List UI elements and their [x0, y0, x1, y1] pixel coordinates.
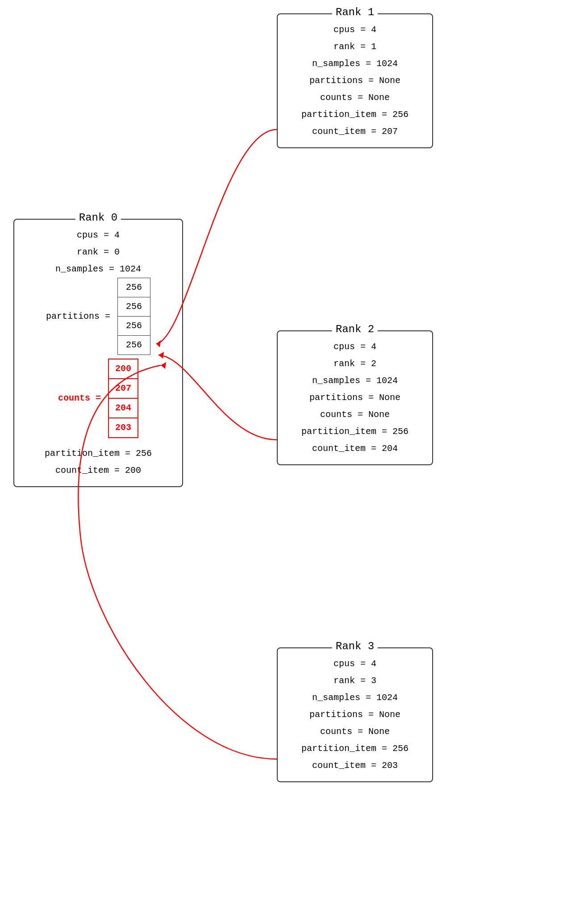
rank3-partition-item: partition_item = 256 — [288, 740, 421, 757]
rank0-counts-row: counts = 200 207 204 203 — [25, 359, 171, 438]
rank0-rank: rank = 0 — [25, 244, 171, 261]
rank1-cpus: cpus = 4 — [288, 21, 421, 38]
rank3-n-samples: n_samples = 1024 — [288, 689, 421, 706]
partition-val-3: 256 — [118, 336, 150, 355]
rank3-title: Rank 3 — [332, 640, 378, 652]
partition-val-0: 256 — [118, 278, 150, 297]
rank3-counts: counts = None — [288, 723, 421, 740]
rank2-title: Rank 2 — [332, 323, 378, 335]
rank3-box: Rank 3 cpus = 4 rank = 3 n_samples = 102… — [277, 647, 433, 782]
rank0-partitions-row: partitions = 256 256 256 256 — [25, 278, 171, 355]
partition-val-1: 256 — [118, 297, 150, 317]
rank1-box: Rank 1 cpus = 4 rank = 1 n_samples = 102… — [277, 13, 433, 148]
rank0-counts-label: counts = — [58, 393, 101, 403]
rank3-cpus: cpus = 4 — [288, 655, 421, 672]
rank0-partitions-table: 256 256 256 256 — [117, 278, 150, 355]
rank0-title: Rank 0 — [75, 212, 121, 224]
rank0-partitions-label: partitions = — [46, 311, 110, 321]
rank2-counts: counts = None — [288, 406, 421, 423]
rank1-rank: rank = 1 — [288, 38, 421, 55]
rank2-count-item: count_item = 204 — [288, 440, 421, 457]
count-val-2: 204 — [108, 398, 138, 418]
rank3-count-item: count_item = 203 — [288, 757, 421, 774]
partition-val-2: 256 — [118, 317, 150, 336]
rank2-box: Rank 2 cpus = 4 rank = 2 n_samples = 102… — [277, 330, 433, 465]
rank3-partitions: partitions = None — [288, 706, 421, 723]
count-val-3: 203 — [108, 418, 138, 438]
rank1-counts: counts = None — [288, 89, 421, 106]
rank0-n-samples: n_samples = 1024 — [25, 261, 171, 278]
count-val-0: 200 — [108, 359, 138, 379]
rank1-count-item: count_item = 207 — [288, 123, 421, 140]
rank2-partitions: partitions = None — [288, 389, 421, 406]
rank3-rank: rank = 3 — [288, 672, 421, 689]
rank2-n-samples: n_samples = 1024 — [288, 372, 421, 389]
rank1-partitions: partitions = None — [288, 72, 421, 89]
rank0-cpus: cpus = 4 — [25, 227, 171, 244]
rank2-rank: rank = 2 — [288, 355, 421, 372]
rank1-title: Rank 1 — [332, 6, 378, 18]
count-val-1: 207 — [108, 379, 138, 398]
rank0-counts-table: 200 207 204 203 — [108, 359, 138, 438]
rank0-box: Rank 0 cpus = 4 rank = 0 n_samples = 102… — [13, 219, 183, 487]
rank1-partition-item: partition_item = 256 — [288, 106, 421, 123]
rank2-partition-item: partition_item = 256 — [288, 423, 421, 440]
rank1-n-samples: n_samples = 1024 — [288, 55, 421, 72]
rank0-partition-item: partition_item = 256 — [25, 445, 171, 462]
rank0-count-item: count_item = 200 — [25, 462, 171, 479]
rank2-cpus: cpus = 4 — [288, 338, 421, 355]
